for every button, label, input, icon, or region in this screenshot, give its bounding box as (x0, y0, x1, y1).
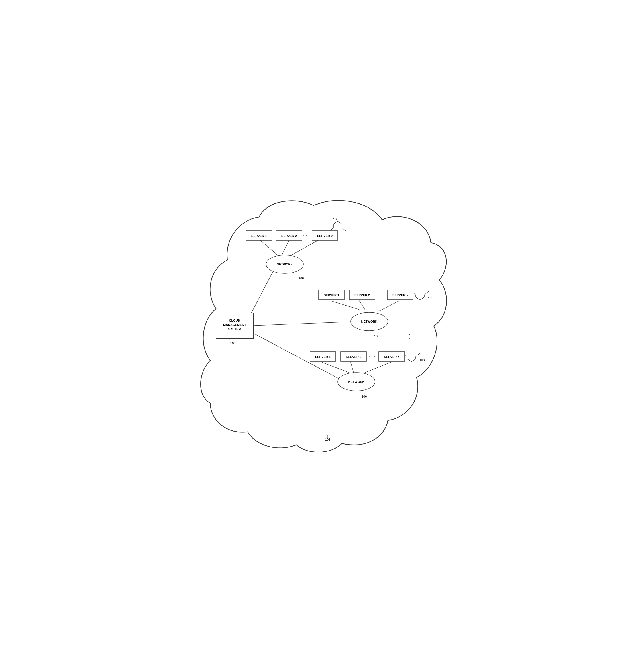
line-net-bot-s1 (322, 362, 349, 372)
label-server2-top: SERVER 2 (281, 234, 297, 238)
server-group-top: SERVER 1 SERVER 2 · · · SERVER x (246, 231, 338, 240)
line-ref-104 (230, 339, 230, 343)
label-cms-line2: MANAGEMENT (223, 323, 246, 326)
line-net-top-s1 (260, 240, 278, 255)
line-cms-network-mid (248, 322, 355, 326)
label-cms-line1: CLOUD (229, 319, 240, 322)
ref-108-bot: 108 (419, 358, 424, 362)
diagram-container: 108 108 108 SERVER 1 SERVER 2 · · · SERV… (193, 194, 451, 452)
label-server2-bot: SERVER 2 (346, 355, 361, 358)
line-net-mid-s2 (359, 301, 365, 310)
label-server1-bot: SERVER 1 (315, 355, 331, 358)
label-network-top: NETWORK (277, 262, 293, 266)
line-net-mid-s1 (331, 301, 359, 310)
ref-106-bot: 106 (362, 395, 367, 398)
line-net-mid-sy (379, 301, 399, 311)
label-network-bot: NETWORK (348, 380, 365, 384)
label-servery-mid: SERVER y (392, 294, 408, 297)
dots-top: · · · (303, 233, 309, 238)
label-server1-mid: SERVER 1 (324, 294, 339, 297)
ref-108-mid: 108 (428, 297, 433, 300)
dots-bot: · · · (369, 354, 375, 359)
label-server1-top: SERVER 1 (251, 234, 267, 238)
ref-106-top: 106 (298, 277, 304, 280)
line-net-bot-sz (365, 362, 391, 372)
label-server2-mid: SERVER 2 (354, 294, 370, 297)
line-net-top-s2 (282, 240, 289, 255)
ref-104: 104 (230, 342, 236, 345)
line-net-bot-s2 (351, 362, 354, 372)
label-network-mid: NETWORK (361, 320, 378, 323)
line-net-top-sx (290, 240, 318, 256)
ref-108-top: 108 (333, 218, 338, 221)
brace-mid (411, 292, 428, 300)
brace-bot (403, 353, 420, 362)
brace-top (329, 221, 346, 231)
server-group-bot: SERVER 1 SERVER 2 · · · SERVER z (310, 352, 404, 361)
dots-vertical3: · (409, 340, 410, 345)
label-serverx-top: SERVER x (317, 234, 333, 238)
label-serverz-bot: SERVER z (384, 355, 399, 358)
ref-106-mid: 106 (374, 334, 379, 338)
server-group-mid: SERVER 1 SERVER 2 · · · SERVER y (318, 290, 413, 300)
label-cms-line3: SYSTEM (228, 327, 241, 331)
dots-mid: · · · (378, 292, 384, 297)
